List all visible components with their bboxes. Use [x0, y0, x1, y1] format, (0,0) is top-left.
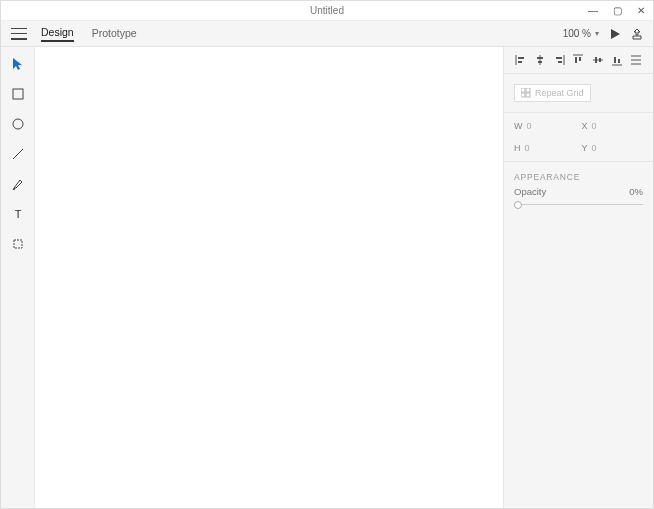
svg-rect-11 — [537, 57, 543, 59]
maximize-button[interactable]: ▢ — [605, 1, 629, 20]
svg-rect-20 — [595, 57, 597, 63]
tab-design[interactable]: Design — [41, 26, 74, 42]
svg-rect-18 — [579, 57, 581, 61]
repeat-grid-button[interactable]: Repeat Grid — [514, 84, 591, 102]
tab-prototype[interactable]: Prototype — [92, 27, 137, 41]
svg-rect-14 — [556, 57, 562, 59]
svg-rect-30 — [521, 93, 525, 97]
zoom-value: 100 % — [563, 28, 591, 39]
slider-thumb[interactable] — [514, 201, 522, 209]
align-hcenter-icon[interactable] — [533, 53, 547, 67]
align-top-icon[interactable] — [571, 53, 585, 67]
window-controls: — ▢ ✕ — [581, 1, 653, 20]
svg-point-3 — [13, 119, 23, 129]
height-field[interactable]: H 0 — [514, 143, 576, 153]
repeat-grid-row: Repeat Grid — [504, 74, 653, 113]
opacity-value: 0% — [629, 186, 643, 197]
rectangle-tool[interactable] — [9, 85, 27, 103]
height-label: H — [514, 143, 521, 153]
tool-strip: T — [1, 47, 35, 508]
svg-line-4 — [13, 149, 23, 159]
main-area: T Repeat Grid W 0 — [1, 47, 653, 508]
width-field[interactable]: W 0 — [514, 121, 576, 131]
opacity-label: Opacity — [514, 186, 546, 197]
select-tool[interactable] — [9, 55, 27, 73]
chevron-down-icon: ▾ — [595, 29, 599, 38]
ellipse-tool[interactable] — [9, 115, 27, 133]
y-label: Y — [582, 143, 588, 153]
titlebar: Untitled — ▢ ✕ — [1, 1, 653, 21]
slider-track — [514, 204, 643, 205]
svg-text:T: T — [14, 208, 21, 220]
align-right-icon[interactable] — [552, 53, 566, 67]
artboard-tool[interactable] — [9, 235, 27, 253]
y-field[interactable]: Y 0 — [582, 143, 644, 153]
svg-rect-29 — [526, 88, 530, 92]
svg-rect-21 — [599, 58, 601, 62]
opacity-row: Opacity 0% — [504, 186, 653, 219]
width-label: W — [514, 121, 523, 131]
properties-panel: Repeat Grid W 0 X 0 H 0 Y 0 APPEARANCE — [503, 47, 653, 508]
svg-rect-6 — [14, 240, 22, 248]
play-button[interactable] — [609, 28, 621, 40]
close-button[interactable]: ✕ — [629, 1, 653, 20]
dimensions-group: W 0 X 0 H 0 Y 0 — [504, 113, 653, 162]
repeat-grid-icon — [521, 88, 531, 98]
svg-rect-12 — [538, 61, 542, 63]
share-button[interactable] — [631, 28, 643, 40]
svg-rect-2 — [13, 89, 23, 99]
height-value: 0 — [525, 143, 530, 153]
text-tool[interactable]: T — [9, 205, 27, 223]
appearance-header: APPEARANCE — [504, 162, 653, 186]
line-tool[interactable] — [9, 145, 27, 163]
document-title: Untitled — [1, 5, 653, 16]
x-label: X — [582, 121, 588, 131]
x-field[interactable]: X 0 — [582, 121, 644, 131]
align-row — [504, 47, 653, 74]
width-value: 0 — [527, 121, 532, 131]
zoom-dropdown[interactable]: 100 % ▾ — [563, 28, 599, 39]
y-value: 0 — [592, 143, 597, 153]
align-vcenter-icon[interactable] — [591, 53, 605, 67]
svg-marker-0 — [611, 29, 620, 39]
repeat-grid-label: Repeat Grid — [535, 88, 584, 98]
hamburger-menu-icon[interactable] — [11, 28, 27, 40]
svg-rect-28 — [521, 88, 525, 92]
x-value: 0 — [592, 121, 597, 131]
svg-rect-23 — [614, 57, 616, 63]
svg-rect-24 — [618, 59, 620, 63]
minimize-button[interactable]: — — [581, 1, 605, 20]
svg-rect-8 — [518, 57, 524, 59]
top-toolbar: Design Prototype 100 % ▾ — [1, 21, 653, 47]
align-left-icon[interactable] — [514, 53, 528, 67]
svg-rect-15 — [558, 61, 562, 63]
distribute-icon[interactable] — [629, 53, 643, 67]
pen-tool[interactable] — [9, 175, 27, 193]
svg-marker-1 — [13, 58, 22, 70]
align-bottom-icon[interactable] — [610, 53, 624, 67]
canvas-area[interactable] — [35, 47, 503, 508]
opacity-slider[interactable] — [514, 201, 643, 209]
svg-rect-31 — [526, 93, 530, 97]
svg-rect-17 — [575, 57, 577, 63]
svg-rect-9 — [518, 61, 522, 63]
